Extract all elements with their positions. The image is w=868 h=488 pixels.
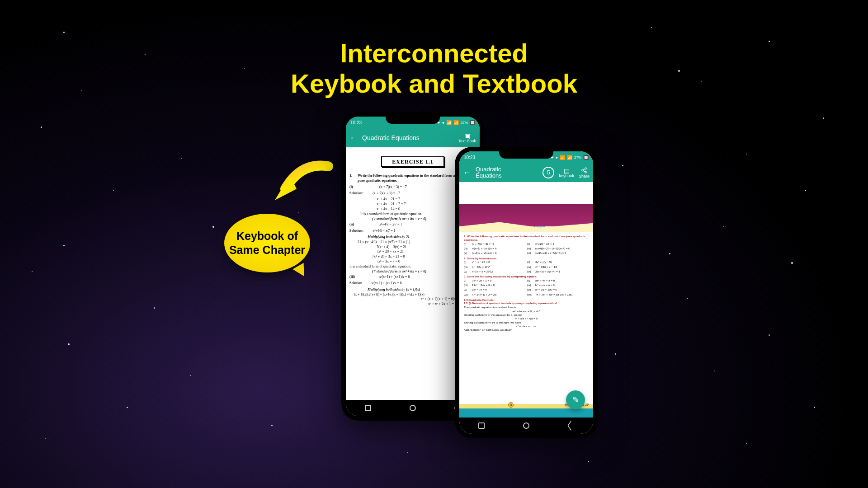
r2-a: x⁄(x+1) + (x+1)⁄x = 6	[472, 247, 525, 250]
textbook-action[interactable]: ▣ Text Book	[458, 133, 476, 143]
headline-line2: Keybook and Textbook	[0, 69, 868, 99]
status-time-2: 10:23	[464, 155, 475, 160]
share-icon	[579, 167, 590, 174]
edit-fab[interactable]: ✎	[566, 390, 585, 409]
r1-b: x²+4⁄3 − x⁄7 = 1	[535, 242, 589, 246]
pencil-icon: ✎	[572, 395, 579, 405]
keybook-title: Quadratic Equations	[362, 134, 453, 141]
sol-label-2: Solution:	[349, 229, 363, 234]
page-number-badge[interactable]: 5	[542, 167, 554, 178]
sec131: 1.3. (i) Derivation of quadratic formula…	[464, 302, 589, 305]
tb-q2: 2. Solve by factorization:	[464, 257, 589, 260]
ii-label: (ii)	[349, 222, 359, 227]
exercise-title: EXERCISE 1.1	[381, 156, 444, 167]
nav-recent-icon[interactable]	[365, 405, 371, 411]
r3-al: (v)	[464, 251, 470, 255]
textbook-navbar	[459, 418, 593, 434]
r7-bl: (ii)	[527, 279, 533, 282]
i-line-0: (x + 7)(x + 3) = −7	[366, 191, 400, 196]
nav-home-icon[interactable]	[410, 405, 416, 411]
t4: Adding (b⁄2a)² on both sides, we obtain	[464, 328, 589, 332]
r8-b: lx² + mx + n = 0	[535, 283, 589, 287]
r5-al: (iii)	[464, 265, 470, 269]
eq-shift: x² + b⁄a x = − c⁄a	[464, 324, 589, 328]
nav-home-icon-2[interactable]	[523, 422, 529, 429]
t2: Dividing each term of the equation by a,…	[464, 313, 589, 317]
r9-a: 3x² − 7x = 0	[472, 288, 525, 291]
eq-div: x² + b⁄a x + c⁄a = 0	[464, 317, 589, 320]
ii-eq: x²+4⁄3 − x⁄7 = 1	[362, 222, 402, 227]
r3-a: (x+1)⁄x + x⁄(x+1) = 6	[472, 251, 525, 255]
status-time: 10:23	[350, 120, 362, 125]
r4-b: 3y² = y(y − 5)	[535, 260, 589, 264]
eq-std: ax² + bx + c = 0 ; a ≠ 0	[464, 310, 589, 313]
r7-al: (i)	[464, 279, 470, 282]
textbook-title: Quadratic Equations	[476, 166, 538, 179]
nav-recent-icon-2[interactable]	[478, 422, 485, 429]
nav-back-icon-2[interactable]	[567, 420, 574, 431]
tb-page-number: 3	[508, 402, 514, 408]
t1: The quadratic equation in standard form …	[464, 305, 589, 309]
r2-al: (iii)	[464, 247, 470, 250]
tb-q3: 3. Solve the following equations by comp…	[464, 275, 589, 278]
r3-b: x+3⁄(x+4) + x−5⁄(x−1) = 0	[535, 251, 589, 255]
r4-al: (i)	[464, 260, 470, 264]
r7-a: 7x² + 2x − 1 = 0	[472, 279, 525, 282]
r6-a: x+1⁄x + x = 25⁄12	[472, 270, 525, 273]
keybook-appbar: ← Quadratic Equations ▣ Text Book	[346, 128, 480, 147]
r5-a: 4 − 32x = 17x²	[472, 265, 525, 269]
r8-al: (iii)	[464, 283, 470, 287]
keybook-action[interactable]: ▤ keybook	[559, 168, 574, 178]
r6-al: (v)	[464, 270, 470, 273]
sol-label-3: Solution	[349, 281, 362, 286]
callout-bubble: Keybook of Same Chapter	[224, 214, 310, 272]
svg-line-4	[583, 169, 585, 169]
r8-bl: (iv)	[527, 283, 533, 287]
r5-bl: (iv)	[527, 265, 533, 269]
headline-line1: Interconnected	[0, 38, 868, 69]
r10-b: 7x + 2a² + 3a² = 5a (7x + 23a)	[535, 293, 589, 296]
r6-bl: (vi)	[527, 270, 533, 273]
share-action[interactable]: Share	[579, 167, 590, 178]
status-icons: ✦▾📶📶27%🔲	[437, 120, 475, 125]
textbook-page[interactable]: EXERCISE 1.1 1. Write the following quad…	[459, 182, 593, 418]
r4-a: x² − x − 20 = 0	[472, 260, 525, 264]
svg-line-5	[583, 170, 585, 171]
iii-eq: x⁄(x+1) + (x+1)⁄x = 6	[362, 275, 410, 280]
r2-b: (x+4)⁄(x−2) − (x−2)⁄(x+4) = 0	[535, 247, 589, 250]
keybook-action-label: keybook	[559, 174, 574, 178]
r9-al: (v)	[464, 288, 470, 291]
r8-a: 11x² − 34x + 3 = 0	[472, 283, 525, 287]
tb-q1: 1. Write the following quadratic equatio…	[464, 235, 589, 242]
svg-point-2	[582, 169, 584, 171]
r7-b: ax² + 4x − a = 0	[535, 279, 589, 282]
i-label: (i)	[349, 185, 359, 190]
sec13: 1.3 Quadratic Formula:	[464, 298, 589, 302]
iii-eq2: x⁄(x+1) + (x+1)⁄x = 6	[365, 281, 401, 286]
r9-b: x² − 2⁄5 − 100 = 0	[535, 288, 589, 291]
svg-point-3	[585, 171, 587, 173]
r5-b: x² − 3⁄16 = x − 1⁄4	[535, 265, 589, 269]
r6-b: 2⁄(x−3) − 3⁄(x+4) = 1	[535, 270, 589, 273]
back-icon-2[interactable]: ←	[463, 168, 471, 178]
keybook-icon: ▤	[559, 168, 574, 174]
r4-bl: (ii)	[527, 260, 533, 264]
textbook-phone: 10:23 ✦▾📶📶27%🔲 ← Quadratic Equations 5 ▤…	[455, 147, 598, 438]
back-icon[interactable]: ←	[349, 133, 358, 143]
share-action-label: Share	[579, 174, 590, 178]
i-eq: (x + 7)(x − 3) = −7	[362, 185, 407, 190]
sol-label-1: Solution:	[349, 191, 363, 196]
r10-bl: (viii)	[527, 293, 533, 296]
callout-text: Keybook of Same Chapter	[224, 229, 310, 258]
q1-number: 1.	[349, 174, 355, 183]
r1-al: (i)	[464, 242, 470, 246]
textbook-title-line1: Quadratic	[476, 166, 501, 173]
status-icons-2: ✦▾📶📶27%🔲	[550, 155, 589, 160]
textbook-title-line2: Equations	[476, 172, 502, 179]
headline: Interconnected Keybook and Textbook	[0, 38, 868, 99]
r2-bl: (iv)	[527, 247, 533, 250]
r10-al: (vii)	[464, 293, 470, 296]
t3: Shifting constant term c⁄a to the right,…	[464, 321, 589, 324]
textbook-appbar: ← Quadratic Equations 5 ▤ keybook Share	[459, 163, 593, 182]
book-icon: ▣	[458, 133, 476, 139]
